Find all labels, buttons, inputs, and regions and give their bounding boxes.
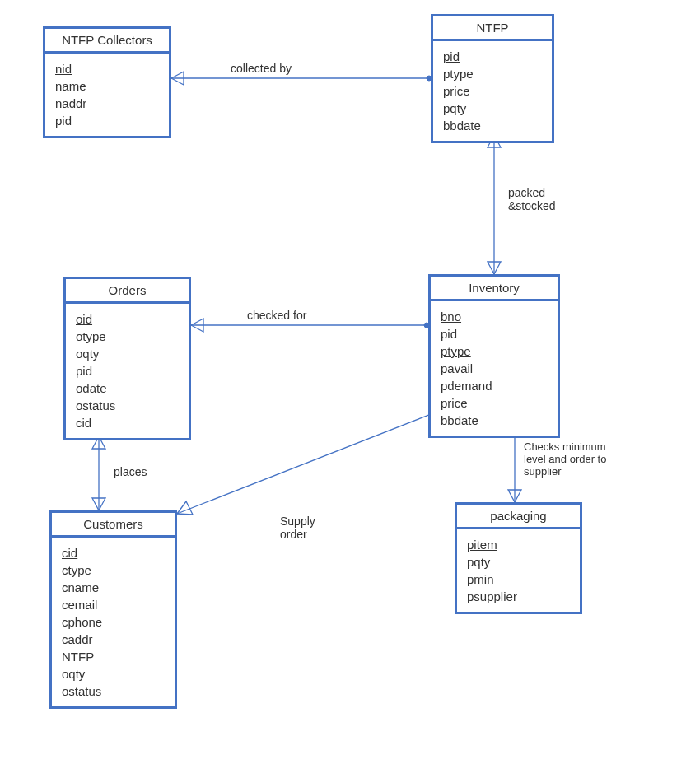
attr-oqty: oqty — [76, 345, 179, 362]
attr-cname: cname — [62, 579, 165, 596]
entity-body: pitem pqty pmin psupplier — [457, 529, 580, 612]
attr-odate: odate — [76, 380, 179, 397]
attr-oqty: oqty — [62, 665, 165, 682]
attr-naddr: naddr — [55, 95, 159, 112]
attr-pid: pid — [55, 112, 159, 129]
attr-price: price — [443, 82, 542, 100]
entity-orders: Orders oid otype oqty pid odate ostatus … — [63, 277, 191, 440]
attr-cid: cid — [76, 414, 179, 431]
entity-title: NTFP — [433, 16, 552, 41]
rel-checked-for: checked for — [247, 309, 306, 322]
attr-ptype: ptype — [443, 65, 542, 82]
entity-body: bno pid ptype pavail pdemand price bbdat… — [431, 301, 558, 436]
attr-bbdate: bbdate — [443, 117, 542, 134]
attr-bno: bno — [441, 308, 548, 325]
attr-bbdate: bbdate — [441, 412, 548, 429]
entity-body: pid ptype price pqty bbdate — [433, 41, 552, 141]
attr-cemail: cemail — [62, 596, 165, 613]
attr-ntfp: NTFP — [62, 648, 165, 665]
attr-price: price — [441, 394, 548, 412]
attr-caddr: caddr — [62, 631, 165, 648]
entity-title: packaging — [457, 505, 580, 529]
attr-psupplier: psupplier — [467, 588, 570, 605]
entity-title: Orders — [66, 279, 189, 304]
entity-inventory: Inventory bno pid ptype pavail pdemand p… — [428, 274, 560, 438]
attr-pqty: pqty — [467, 553, 570, 571]
attr-ctype: ctype — [62, 561, 165, 579]
attr-nid: nid — [55, 60, 159, 77]
svg-line-6 — [177, 410, 441, 514]
rel-packed-stocked: packed &stocked — [508, 186, 556, 212]
entity-title: Customers — [52, 513, 175, 538]
attr-cid: cid — [62, 544, 165, 561]
entity-body: oid otype oqty pid odate ostatus cid — [66, 304, 189, 438]
entity-title: Inventory — [431, 277, 558, 301]
attr-pavail: pavail — [441, 360, 548, 377]
entity-customers: Customers cid ctype cname cemail cphone … — [49, 510, 177, 709]
attr-pitem: pitem — [467, 536, 570, 553]
attr-pid: pid — [443, 48, 542, 65]
rel-places: places — [114, 465, 147, 478]
entity-packaging: packaging pitem pqty pmin psupplier — [455, 502, 582, 614]
entity-title: NTFP Collectors — [45, 29, 169, 54]
attr-cphone: cphone — [62, 613, 165, 631]
attr-pid: pid — [441, 325, 548, 342]
entity-body: cid ctype cname cemail cphone caddr NTFP… — [52, 538, 175, 706]
attr-pdemand: pdemand — [441, 377, 548, 394]
attr-pmin: pmin — [467, 571, 570, 588]
entity-ntfp: NTFP pid ptype price pqty bbdate — [431, 14, 554, 143]
attr-oid: oid — [76, 310, 179, 328]
entity-ntfp-collectors: NTFP Collectors nid name naddr pid — [43, 26, 171, 138]
entity-body: nid name naddr pid — [45, 54, 169, 136]
attr-ostatus: ostatus — [62, 682, 165, 700]
rel-supply-order: Supply order — [280, 515, 315, 541]
attr-ptype: ptype — [441, 342, 548, 360]
attr-otype: otype — [76, 328, 179, 345]
attr-pid: pid — [76, 362, 179, 380]
rel-collected-by: collected by — [231, 62, 292, 75]
rel-checks-min: Checks minimum level and order to suppli… — [524, 440, 606, 478]
attr-ostatus: ostatus — [76, 397, 179, 414]
attr-name: name — [55, 77, 159, 95]
attr-pqty: pqty — [443, 100, 542, 117]
